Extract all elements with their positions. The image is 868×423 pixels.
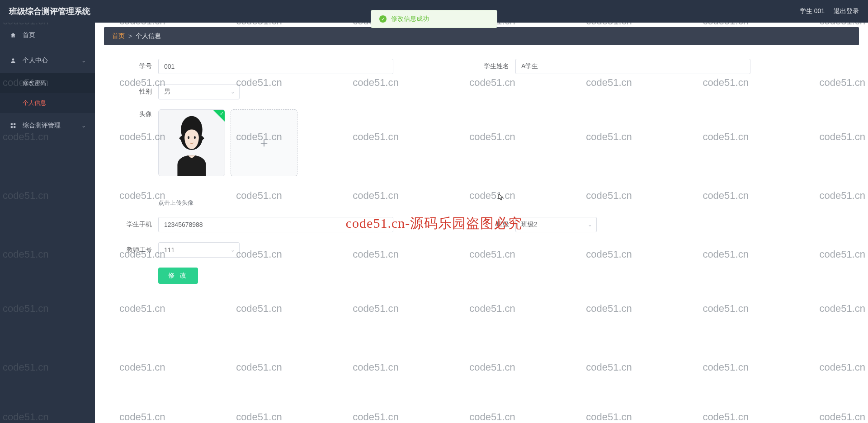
breadcrumb: 首页 > 个人信息 <box>104 27 859 45</box>
select-gender-value: 男 <box>164 88 170 96</box>
label-student-no: 学号 <box>118 59 158 70</box>
user-icon <box>9 57 17 64</box>
success-icon: ✓ <box>379 15 387 23</box>
breadcrumb-current: 个人信息 <box>136 32 161 40</box>
nav-personal-info-label: 个人信息 <box>23 99 46 107</box>
input-student-name[interactable] <box>515 59 750 74</box>
avatar-thumbnail[interactable] <box>158 109 225 176</box>
svg-rect-2 <box>14 123 15 125</box>
nav-change-password[interactable]: 修改密码 <box>0 73 95 93</box>
svg-rect-1 <box>11 123 13 125</box>
breadcrumb-sep: > <box>128 33 132 40</box>
label-student-name: 学生姓名 <box>475 59 515 70</box>
nav-assessment-label: 综合测评管理 <box>23 122 61 130</box>
nav-home[interactable]: 首页 <box>0 23 95 48</box>
label-phone: 学生手机 <box>118 217 158 229</box>
nav-assessment-mgmt[interactable]: 综合测评管理 ⌄ <box>0 113 95 138</box>
check-icon <box>213 110 225 122</box>
plus-icon: ＋ <box>258 134 270 151</box>
app-title: 班级综合测评管理系统 <box>9 6 90 17</box>
nav-personal-label: 个人中心 <box>23 56 48 65</box>
main-content: 首页 > 个人信息 学号 学生姓名 性别 男 ⌄ <box>95 23 868 423</box>
home-icon <box>9 32 17 38</box>
label-teacher-no: 教师工号 <box>118 242 158 254</box>
svg-rect-3 <box>11 126 13 128</box>
breadcrumb-home[interactable]: 首页 <box>112 32 125 40</box>
toast-success: ✓ 修改信息成功 <box>371 10 497 28</box>
personal-info-form: 学号 学生姓名 性别 男 ⌄ 头像 <box>104 45 859 298</box>
svg-rect-4 <box>14 126 15 128</box>
label-gender: 性别 <box>118 84 158 96</box>
label-avatar: 头像 <box>118 109 158 118</box>
nav-home-label: 首页 <box>23 31 35 39</box>
nav-personal-info[interactable]: 个人信息 <box>0 93 95 113</box>
select-class[interactable]: 班级2 <box>515 217 597 232</box>
select-teacher-no-value: 111 <box>164 246 175 254</box>
sidebar: 首页 个人中心 ⌄ 修改密码 个人信息 综合测评管理 ⌄ <box>0 23 95 423</box>
avatar-upload-add[interactable]: ＋ <box>231 109 297 176</box>
select-teacher-no[interactable]: 111 <box>158 242 240 258</box>
select-class-value: 班级2 <box>521 221 538 229</box>
select-gender[interactable]: 男 <box>158 84 240 99</box>
submit-button[interactable]: 修 改 <box>158 268 198 284</box>
nav-change-password-label: 修改密码 <box>23 79 46 87</box>
svg-point-0 <box>12 58 14 61</box>
logout-link[interactable]: 退出登录 <box>834 7 859 15</box>
input-student-no[interactable] <box>158 59 393 74</box>
chevron-down-icon: ⌄ <box>81 122 86 129</box>
header-user[interactable]: 学生 001 <box>800 7 825 15</box>
grid-icon <box>9 122 17 129</box>
nav-personal-sub: 修改密码 个人信息 <box>0 73 95 113</box>
input-phone[interactable] <box>158 217 393 232</box>
toast-text: 修改信息成功 <box>391 15 429 23</box>
chevron-down-icon: ⌄ <box>81 57 86 64</box>
svg-point-6 <box>188 136 189 139</box>
svg-point-7 <box>194 136 196 139</box>
nav-personal-center[interactable]: 个人中心 ⌄ <box>0 48 95 73</box>
avatar-upload-hint: 点击上传头像 <box>158 199 297 207</box>
label-class: 班级 <box>475 217 515 229</box>
avatar-upload-group: ＋ <box>158 109 297 176</box>
